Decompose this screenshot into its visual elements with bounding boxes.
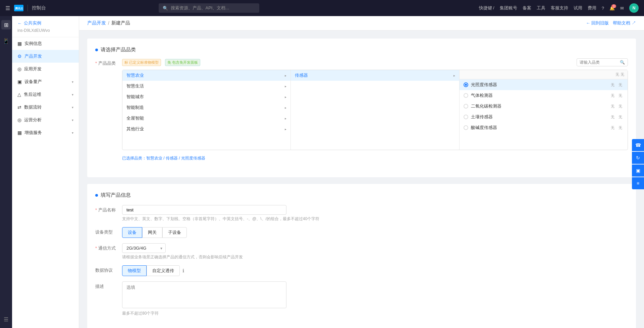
product-name-input[interactable]	[122, 205, 286, 215]
device-type-subdevice-btn[interactable]: 子设备	[162, 227, 187, 238]
sidebar-item-device-mass[interactable]: ▣ 设备量产 ▾	[12, 75, 79, 88]
device-type-device-btn[interactable]: 设备	[122, 227, 142, 238]
app-dev-icon: ◎	[17, 66, 21, 72]
radio-unchecked-icon	[464, 93, 468, 98]
sidebar-instance-id: ins-D9LXdEUWvo	[17, 28, 73, 33]
category-columns: 智慧农业 ▸ 智慧生活 ▸ 智能城市 ▸	[122, 70, 628, 150]
cat-item-zhineng-zhizao[interactable]: 智能制造 ▸	[122, 102, 290, 113]
float-list-btn[interactable]: ≡	[632, 177, 644, 189]
breadcrumb-parent[interactable]: 产品开发	[87, 20, 106, 26]
sidebar-item-value-added[interactable]: ▦ 增值服务 ▾	[12, 126, 79, 139]
protocol-thing-model-btn[interactable]: 物模型	[122, 265, 147, 276]
device-type-btn-group: 设备 网关 子设备	[122, 227, 628, 238]
chevron-down-icon-3: ▾	[72, 106, 73, 109]
sidebar-item-product-dev[interactable]: ⚙ 产品开发	[12, 50, 79, 63]
cat-item-radio-qiti[interactable]: 气体检测器 无 无	[460, 90, 628, 101]
cat-tag1: 无	[609, 104, 616, 109]
sidebar-item-ops-analysis[interactable]: ◎ 运营分析 ▾	[12, 114, 79, 126]
sidebar-label-instance-info: 实例信息	[24, 41, 42, 47]
content-area: 请选择产品品类 产品品类 标 已定义标准物模型 免 包含免开发面板	[79, 30, 644, 328]
tag-free: 免 包含免开发面板	[165, 59, 200, 66]
comm-method-select[interactable]: 2G/3G/4G Wi-Fi 以太网 其他	[122, 243, 166, 253]
arrow-right-icon: ▸	[453, 74, 455, 77]
search-icon-cat: 🔍	[620, 60, 625, 65]
data-protocol-label-text: 数据协议	[95, 268, 113, 273]
protocol-custom-btn[interactable]: 自定义透传	[147, 265, 180, 276]
cat-item-zhineng-chengshi[interactable]: 智能城市 ▸	[122, 91, 290, 102]
cat-tag2: 无	[617, 125, 624, 131]
cat-item-radio-co2[interactable]: 二氧化碳检测器 无 无	[460, 101, 628, 112]
notification-bell[interactable]: 🔔 1	[609, 6, 615, 11]
mini-icon-device[interactable]: 📱	[1, 36, 11, 46]
hamburger-icon[interactable]: ☰	[5, 5, 10, 11]
cat-item-radio-guangzhao[interactable]: 光照度传感器 无 无	[460, 79, 628, 90]
backup-btn[interactable]: 备案	[523, 5, 531, 11]
tools-btn[interactable]: 工具	[537, 5, 545, 11]
arrow-right-icon: ▸	[285, 74, 286, 77]
cat-item-quanwu-zhineng[interactable]: 全屋智能 ▸	[122, 113, 290, 124]
sidebar-back-label: 公共实例	[24, 20, 41, 26]
product-name-row: 产品名称 支持中文、英文、数字、下划线、空格（非首尾字符）、中英文括号、-、@、…	[95, 205, 628, 222]
arrow-right-icon: ▸	[285, 84, 286, 88]
category-search[interactable]: 🔍	[577, 58, 628, 66]
radio-checked-icon	[464, 82, 468, 87]
mini-icon-home[interactable]: ⊞	[1, 20, 11, 29]
back-to-old-version-btn[interactable]: ← 回到旧版	[586, 20, 609, 26]
category-search-input[interactable]	[580, 60, 620, 65]
float-support-btn[interactable]: ☎	[632, 139, 644, 151]
sidebar-header: ← 公共实例 ins-D9LXdEUWvo	[12, 16, 79, 37]
sidebar-item-after-sales[interactable]: △ 售后运维 ▾	[12, 88, 79, 101]
category-form-row: 产品品类 标 已定义标准物模型 免 包含免开发面板 🔍	[95, 58, 628, 164]
float-refresh-btn[interactable]: ↻	[632, 152, 644, 164]
comm-method-control: 2G/3G/4G Wi-Fi 以太网 其他 请根据业务场景正确选择产品的通信方式…	[122, 243, 628, 260]
search-placeholder: 搜索资源、产品、API、文档...	[171, 5, 229, 11]
message-icon[interactable]: ✉	[620, 6, 624, 11]
device-type-gateway-btn[interactable]: 网关	[142, 227, 162, 238]
trial-btn[interactable]: 试用	[574, 5, 582, 11]
cat-item-chuanganqi[interactable]: 传感器 ▸	[291, 70, 459, 81]
cat-item-qita-hangye[interactable]: 其他行业 ▸	[122, 124, 290, 134]
desc-textarea[interactable]	[122, 281, 286, 308]
cat-item-label: 智能制造	[126, 105, 144, 111]
tencent-cloud-logo-icon: 腾讯云	[14, 5, 23, 11]
data-protocol-row: 数据协议 物模型 自定义透传 ℹ	[95, 265, 628, 276]
main-sidebar: ← 公共实例 ins-D9LXdEUWvo ▦ 实例信息 ⚙ 产品开发 ◎ 应用…	[12, 16, 79, 328]
breadcrumb-bar: 产品开发 / 新建产品 ← 回到旧版 帮助文档 ↗	[79, 16, 644, 30]
global-search[interactable]: 🔍 搜索资源、产品、API、文档...	[159, 3, 259, 13]
cat-item-radio-acid[interactable]: 酸碱度传感器 无 无	[460, 122, 628, 133]
product-name-control: 支持中文、英文、数字、下划线、空格（非首尾字符）、中英文括号、-、@、\、/的组…	[122, 205, 628, 222]
sidebar-back-btn[interactable]: ← 公共实例	[17, 20, 73, 26]
radio-left: 土壤传感器	[464, 114, 493, 120]
cat-tag2: 无	[617, 82, 624, 88]
product-dev-icon: ⚙	[17, 54, 22, 59]
billing-btn[interactable]: 费用	[588, 5, 596, 11]
help-icon[interactable]: ?	[602, 6, 604, 11]
product-info-header: 填写产品信息	[95, 192, 628, 198]
radio-unchecked-icon	[464, 125, 468, 130]
cat-tag1: 无	[609, 114, 616, 120]
radio-label: 光照度传感器	[471, 82, 497, 88]
radio-unchecked-icon	[464, 115, 468, 119]
device-type-label: 设备类型	[95, 227, 122, 235]
quick-keys-btn[interactable]: 快捷键 /	[479, 5, 494, 11]
control-panel-link[interactable]: 控制台	[32, 5, 46, 11]
float-qr-btn[interactable]: ▣	[632, 165, 644, 177]
sidebar-item-app-dev[interactable]: ◎ 应用开发	[12, 63, 79, 75]
after-sales-icon: △	[17, 92, 21, 97]
cat-item-radio-soil[interactable]: 土壤传感器 无 无	[460, 112, 628, 122]
category-section-title: 请选择产品品类	[101, 47, 136, 53]
cat-item-zhihui-nongye[interactable]: 智慧农业 ▸	[122, 70, 290, 81]
cat-tag1: 无	[609, 125, 616, 131]
cat-item-zhihui-shenghuo[interactable]: 智慧生活 ▸	[122, 81, 290, 91]
sidebar-item-instance-info[interactable]: ▦ 实例信息	[12, 37, 79, 50]
tag-standard: 标 已定义标准物模型	[122, 59, 161, 66]
desc-control: 最多不超过80个字符	[122, 281, 628, 316]
help-doc-btn[interactable]: 帮助文档 ↗	[613, 20, 636, 26]
selected-category-path: 已选择品类：智慧农业 / 传感器 / 光照度传感器	[122, 153, 628, 164]
user-avatar[interactable]: N	[629, 3, 639, 13]
info-icon[interactable]: ℹ	[182, 268, 184, 273]
group-account-btn[interactable]: 集团账号	[500, 5, 517, 11]
support-btn[interactable]: 客服支持	[551, 5, 568, 11]
sidebar-item-data-flow[interactable]: ⇄ 数据流转 ▾	[12, 101, 79, 114]
mini-icon-bottom[interactable]: ☰	[1, 315, 11, 324]
